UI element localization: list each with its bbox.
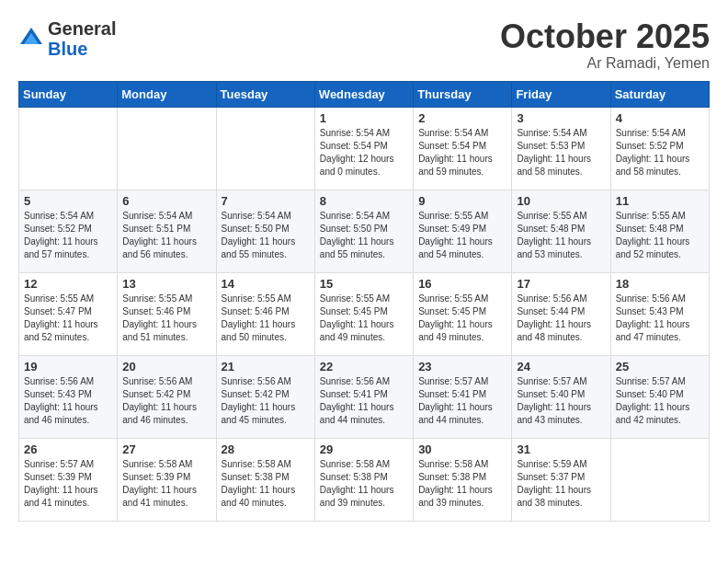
calendar-cell [118,107,216,190]
day-number: 6 [122,194,210,208]
calendar-cell: 28Sunrise: 5:58 AMSunset: 5:38 PMDayligh… [216,438,314,521]
calendar-cell: 10Sunrise: 5:55 AMSunset: 5:48 PMDayligh… [512,190,610,272]
day-info: Sunrise: 5:56 AMSunset: 5:42 PMDaylight:… [222,375,310,427]
day-number: 18 [616,277,704,291]
calendar-week-row: 12Sunrise: 5:55 AMSunset: 5:47 PMDayligh… [19,272,710,355]
calendar-cell [610,438,709,521]
weekday-header-tuesday: Tuesday [216,81,314,107]
day-number: 4 [616,111,704,125]
calendar-cell: 9Sunrise: 5:55 AMSunset: 5:49 PMDaylight… [414,190,512,272]
calendar-cell: 29Sunrise: 5:58 AMSunset: 5:38 PMDayligh… [314,438,413,521]
calendar-cell: 25Sunrise: 5:57 AMSunset: 5:40 PMDayligh… [610,355,709,438]
day-info: Sunrise: 5:55 AMSunset: 5:46 PMDaylight:… [122,293,210,344]
calendar-cell: 1Sunrise: 5:54 AMSunset: 5:54 PMDaylight… [314,107,413,190]
calendar-cell: 15Sunrise: 5:55 AMSunset: 5:45 PMDayligh… [314,272,413,355]
day-number: 26 [24,442,112,456]
day-number: 22 [320,360,408,373]
day-info: Sunrise: 5:54 AMSunset: 5:50 PMDaylight:… [222,210,310,261]
day-number: 15 [320,277,408,291]
calendar-cell: 4Sunrise: 5:54 AMSunset: 5:52 PMDaylight… [610,107,709,190]
day-info: Sunrise: 5:54 AMSunset: 5:53 PMDaylight:… [517,127,605,178]
calendar-cell: 6Sunrise: 5:54 AMSunset: 5:51 PMDaylight… [118,190,216,272]
calendar-cell: 7Sunrise: 5:54 AMSunset: 5:50 PMDaylight… [216,190,314,272]
calendar-cell: 5Sunrise: 5:54 AMSunset: 5:52 PMDaylight… [19,190,118,272]
day-info: Sunrise: 5:57 AMSunset: 5:41 PMDaylight:… [418,375,506,427]
day-info: Sunrise: 5:57 AMSunset: 5:39 PMDaylight:… [24,458,112,510]
day-number: 23 [418,360,506,373]
calendar-table: SundayMondayTuesdayWednesdayThursdayFrid… [18,81,710,522]
day-info: Sunrise: 5:54 AMSunset: 5:54 PMDaylight:… [418,127,506,178]
day-info: Sunrise: 5:55 AMSunset: 5:47 PMDaylight:… [24,293,112,344]
day-number: 30 [418,442,506,456]
day-info: Sunrise: 5:54 AMSunset: 5:52 PMDaylight:… [616,127,704,178]
day-info: Sunrise: 5:55 AMSunset: 5:48 PMDaylight:… [517,210,605,261]
calendar-week-row: 26Sunrise: 5:57 AMSunset: 5:39 PMDayligh… [19,438,710,521]
day-info: Sunrise: 5:58 AMSunset: 5:38 PMDaylight:… [222,458,310,510]
day-info: Sunrise: 5:58 AMSunset: 5:38 PMDaylight:… [320,458,408,510]
day-info: Sunrise: 5:54 AMSunset: 5:51 PMDaylight:… [122,210,210,261]
day-number: 27 [122,442,210,456]
calendar-cell: 22Sunrise: 5:56 AMSunset: 5:41 PMDayligh… [314,355,413,438]
calendar-cell: 13Sunrise: 5:55 AMSunset: 5:46 PMDayligh… [118,272,216,355]
calendar-cell: 18Sunrise: 5:56 AMSunset: 5:43 PMDayligh… [610,272,709,355]
day-info: Sunrise: 5:57 AMSunset: 5:40 PMDaylight:… [517,375,605,427]
day-info: Sunrise: 5:58 AMSunset: 5:38 PMDaylight:… [418,458,506,510]
weekday-header-thursday: Thursday [414,81,512,107]
day-number: 8 [320,194,408,208]
logo-text: General Blue [48,18,116,59]
day-info: Sunrise: 5:56 AMSunset: 5:43 PMDaylight:… [24,375,112,427]
calendar-cell: 14Sunrise: 5:55 AMSunset: 5:46 PMDayligh… [216,272,314,355]
day-info: Sunrise: 5:54 AMSunset: 5:52 PMDaylight:… [24,210,112,261]
day-number: 9 [418,194,506,208]
day-number: 21 [222,360,310,373]
calendar-cell: 21Sunrise: 5:56 AMSunset: 5:42 PMDayligh… [216,355,314,438]
weekday-header-saturday: Saturday [610,81,709,107]
calendar-cell: 19Sunrise: 5:56 AMSunset: 5:43 PMDayligh… [19,355,118,438]
day-info: Sunrise: 5:54 AMSunset: 5:54 PMDaylight:… [320,127,408,178]
day-info: Sunrise: 5:55 AMSunset: 5:49 PMDaylight:… [418,210,506,261]
calendar-week-row: 1Sunrise: 5:54 AMSunset: 5:54 PMDaylight… [19,107,710,190]
calendar-week-row: 5Sunrise: 5:54 AMSunset: 5:52 PMDaylight… [19,190,710,272]
calendar-cell [19,107,118,190]
day-number: 31 [517,442,605,456]
calendar-cell: 24Sunrise: 5:57 AMSunset: 5:40 PMDayligh… [512,355,610,438]
calendar-cell: 11Sunrise: 5:55 AMSunset: 5:48 PMDayligh… [610,190,709,272]
day-number: 10 [517,194,605,208]
calendar-week-row: 19Sunrise: 5:56 AMSunset: 5:43 PMDayligh… [19,355,710,438]
day-info: Sunrise: 5:56 AMSunset: 5:42 PMDaylight:… [122,375,210,427]
calendar-cell: 23Sunrise: 5:57 AMSunset: 5:41 PMDayligh… [414,355,512,438]
calendar-cell [216,107,314,190]
day-number: 25 [616,360,704,373]
calendar-cell: 12Sunrise: 5:55 AMSunset: 5:47 PMDayligh… [19,272,118,355]
weekday-header-wednesday: Wednesday [314,81,413,107]
day-number: 5 [24,194,112,208]
calendar-cell: 26Sunrise: 5:57 AMSunset: 5:39 PMDayligh… [19,438,118,521]
day-info: Sunrise: 5:55 AMSunset: 5:48 PMDaylight:… [616,210,704,261]
day-info: Sunrise: 5:55 AMSunset: 5:45 PMDaylight:… [320,293,408,344]
title-block: October 2025 Ar Ramadi, Yemen [500,18,710,72]
calendar-cell: 17Sunrise: 5:56 AMSunset: 5:44 PMDayligh… [512,272,610,355]
page-header: General Blue October 2025 Ar Ramadi, Yem… [18,18,710,72]
day-info: Sunrise: 5:55 AMSunset: 5:46 PMDaylight:… [222,293,310,344]
day-info: Sunrise: 5:57 AMSunset: 5:40 PMDaylight:… [616,375,704,427]
calendar-cell: 2Sunrise: 5:54 AMSunset: 5:54 PMDaylight… [414,107,512,190]
logo-icon [18,26,44,52]
weekday-header-monday: Monday [118,81,216,107]
weekday-header-sunday: Sunday [19,81,118,107]
calendar-cell: 31Sunrise: 5:59 AMSunset: 5:37 PMDayligh… [512,438,610,521]
weekday-header-row: SundayMondayTuesdayWednesdayThursdayFrid… [19,81,710,107]
day-number: 2 [418,111,506,125]
day-info: Sunrise: 5:56 AMSunset: 5:43 PMDaylight:… [616,293,704,344]
calendar-cell: 27Sunrise: 5:58 AMSunset: 5:39 PMDayligh… [118,438,216,521]
day-number: 16 [418,277,506,291]
day-number: 17 [517,277,605,291]
day-number: 12 [24,277,112,291]
day-number: 28 [222,442,310,456]
calendar-cell: 16Sunrise: 5:55 AMSunset: 5:45 PMDayligh… [414,272,512,355]
day-info: Sunrise: 5:59 AMSunset: 5:37 PMDaylight:… [517,458,605,510]
logo: General Blue [18,18,116,59]
day-number: 29 [320,442,408,456]
calendar-cell: 20Sunrise: 5:56 AMSunset: 5:42 PMDayligh… [118,355,216,438]
location-text: Ar Ramadi, Yemen [500,55,710,72]
day-info: Sunrise: 5:54 AMSunset: 5:50 PMDaylight:… [320,210,408,261]
